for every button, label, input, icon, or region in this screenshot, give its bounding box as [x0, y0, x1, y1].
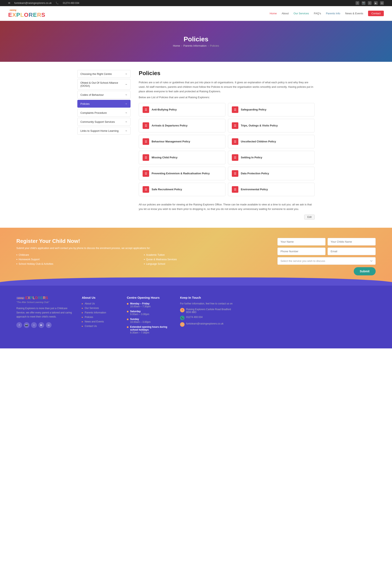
footer-linkedin-icon[interactable]: in	[46, 322, 52, 328]
top-bar-phone: 01274 493 034	[63, 2, 79, 4]
arrow-icon-4: →	[125, 111, 128, 114]
policy-name-extremism: Preventing Extremism & Radicalisation Po…	[152, 172, 210, 175]
nav-home[interactable]: Home	[270, 12, 277, 15]
top-bar-contact: ✉ funtolearn@raisingexplorers.co.uk 📞 01…	[8, 2, 79, 4]
form-row-contact	[277, 247, 376, 255]
phone-input[interactable]	[277, 247, 325, 255]
arrow-icon-2: →	[125, 93, 128, 96]
footer-link-about[interactable]: About Us	[82, 302, 119, 305]
sidebar-item-codes[interactable]: Codes of Behaviour →	[77, 91, 131, 99]
hours-dot-1	[127, 311, 129, 312]
hours-sunday: Sunday 10.00am – 3.00pm	[127, 318, 172, 323]
policy-card-trips[interactable]: ☰ Trips, Outings & Visits Policy	[228, 119, 315, 132]
footer-facebook-icon[interactable]: f	[16, 322, 22, 328]
footer-instagram-icon[interactable]: 📷	[24, 322, 29, 328]
footer-social-links: f 📷 t ▶ in	[16, 322, 74, 328]
page-heading: Policies	[139, 70, 315, 77]
footer-about-heading: About Us	[82, 296, 119, 299]
sidebar-item-links[interactable]: Links to Support Home Learning →	[77, 127, 131, 135]
list-intro: Below are List of Policies that are used…	[139, 96, 315, 99]
register-subtext: Submit your child's application and we'l…	[16, 246, 265, 250]
policy-icon-extremism: ☰	[143, 170, 149, 177]
footer: raising EXPLORERS "The After School Lear…	[0, 286, 392, 348]
breadcrumb-current: Policies	[210, 44, 219, 47]
footer-description: Raising Explorers is more than just a Ch…	[16, 306, 74, 319]
register-heading: Register Your Child Now!	[16, 238, 265, 244]
sidebar-item-choosing[interactable]: Choosing the Right Centre →	[77, 70, 131, 78]
policy-name-behaviour: Behaviour Management Policy	[152, 140, 190, 143]
register-right: Select the service you wish to discuss S…	[277, 238, 376, 275]
sidebar-item-community[interactable]: Community Support Services →	[77, 118, 131, 126]
policy-name-data: Data Protection Policy	[241, 172, 269, 175]
footer-link-news[interactable]: News and Events	[82, 320, 119, 323]
policy-card-behaviour[interactable]: ☰ Behaviour Management Policy	[139, 135, 226, 148]
your-name-input[interactable]	[277, 238, 325, 246]
facebook-icon[interactable]: f	[356, 1, 359, 5]
main-nav: Home About Our Services FAQ's Parents In…	[270, 11, 384, 16]
policy-card-safeguarding[interactable]: ☰ Safeguarding Policy	[228, 103, 315, 117]
footer-twitter-icon[interactable]: t	[31, 322, 37, 328]
sidebar-item-ofsted[interactable]: Ofsted & Out Of School Alliance (OOSA) →	[77, 79, 131, 90]
footer-about-col: About Us About Us Our Services Parents I…	[82, 296, 119, 336]
location-icon: 📍	[180, 308, 185, 312]
form-row-names	[277, 238, 376, 246]
nav-contact[interactable]: Contact	[368, 11, 384, 16]
footer-link-services[interactable]: Our Services	[82, 307, 119, 310]
top-bar-phone-icon: 📞	[56, 2, 59, 4]
policy-name-uncollected: Uncollected Children Policy	[241, 140, 276, 143]
policy-icon-safeguarding: ☰	[232, 106, 238, 113]
policy-name-safeguarding: Safeguarding Policy	[241, 108, 266, 112]
breadcrumb-parents[interactable]: Parents Information	[183, 44, 206, 47]
policy-icon-missing: ☰	[143, 154, 149, 161]
sidebar-item-complaints[interactable]: Complaints Procedure →	[77, 109, 131, 117]
arrow-icon-6: →	[125, 129, 128, 132]
logo[interactable]: raising EXPLORERS	[8, 9, 46, 18]
policy-card-data[interactable]: ☰ Data Protection Policy	[228, 167, 315, 180]
sidebar-item-policies[interactable]: Policies →	[77, 100, 131, 108]
service-item-2: Homework Support	[16, 258, 138, 261]
footer-link-parents[interactable]: Parents Information	[82, 311, 119, 314]
top-bar: ✉ funtolearn@raisingexplorers.co.uk 📞 01…	[0, 0, 392, 6]
footer-phone-item: 📞 01274 493 034	[180, 316, 233, 320]
service-item-0: Childcare	[16, 253, 138, 257]
policy-card-recruitment[interactable]: ☰ Safe Recruitment Policy	[139, 183, 226, 196]
policy-card-environmental[interactable]: ☰ Environmental Policy	[228, 183, 315, 196]
nav-faqs[interactable]: FAQ's	[314, 12, 321, 15]
policy-card-uncollected[interactable]: ☰ Uncollected Children Policy	[228, 135, 315, 148]
nav-parents[interactable]: Parents Info	[326, 12, 340, 15]
footer-link-contact[interactable]: Contact Us	[82, 325, 119, 328]
service-item-4: School Holiday Club & Activities	[16, 262, 138, 266]
hours-dot-2	[127, 318, 129, 320]
nav-news[interactable]: News & Events	[345, 12, 363, 15]
hours-monfri: Monday – Friday 10.00am – 7:30pm	[127, 302, 172, 308]
instagram-icon[interactable]: 📷	[362, 1, 365, 5]
policy-icon-recruitment: ☰	[143, 186, 149, 193]
arrow-icon-1: →	[125, 83, 128, 86]
nav-services[interactable]: Our Services	[294, 12, 309, 15]
childs-name-input[interactable]	[328, 238, 376, 246]
footer-youtube-icon[interactable]: ▶	[38, 322, 44, 328]
policy-card-extremism[interactable]: ☰ Preventing Extremism & Radicalisation …	[139, 167, 226, 180]
linkedin-icon[interactable]: in	[380, 1, 384, 5]
footer-link-policies[interactable]: Policies	[82, 316, 119, 318]
policy-icon-data: ☰	[232, 170, 238, 177]
breadcrumb-home[interactable]: Home	[173, 44, 180, 47]
sidebar-label-policies: Policies	[80, 102, 90, 105]
service-item-1: Academic Tuition	[144, 253, 265, 257]
policy-name-settling: Settling In Policy	[241, 156, 262, 159]
footer-email-item: ✉ funtolearn@raisingexplorers.co.uk	[180, 322, 233, 327]
policy-card-antibullying[interactable]: ☰ Anti-Bullying Policy	[139, 103, 226, 117]
twitter-icon[interactable]: t	[368, 1, 371, 5]
policy-card-missing[interactable]: ☰ Missing Child Policy	[139, 151, 226, 164]
submit-button[interactable]: Submit	[354, 267, 376, 275]
hours-dot-3	[127, 326, 129, 328]
policy-card-settling[interactable]: ☰ Settling In Policy	[228, 151, 315, 164]
footer-logo-raising: raising	[16, 297, 24, 299]
service-select[interactable]: Select the service you wish to discuss	[277, 257, 376, 265]
edit-button[interactable]: Edit	[304, 215, 315, 220]
nav-about[interactable]: About	[282, 12, 289, 15]
policy-card-arrivals[interactable]: ☰ Arrivals & Departures Policy	[139, 119, 226, 132]
youtube-icon[interactable]: ▶	[374, 1, 378, 5]
logo-explorers: EXPLORERS	[8, 12, 46, 18]
email-input[interactable]	[328, 247, 376, 255]
